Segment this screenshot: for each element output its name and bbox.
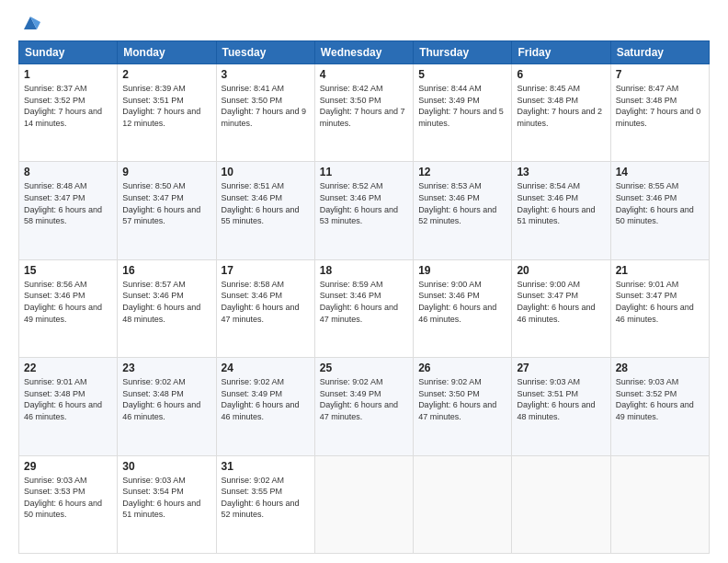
day-number: 16 [122,264,210,277]
calendar-cell: 16 Sunrise: 8:57 AM Sunset: 3:46 PM Dayl… [118,259,216,357]
calendar-cell: 22 Sunrise: 9:01 AM Sunset: 3:48 PM Dayl… [19,358,118,455]
day-number: 8 [24,166,112,178]
day-info: Sunrise: 8:39 AM Sunset: 3:51 PM Dayligh… [122,83,210,129]
day-info: Sunrise: 9:00 AM Sunset: 3:47 PM Dayligh… [517,279,605,325]
calendar-table: SundayMondayTuesdayWednesdayThursdayFrid… [18,40,710,554]
calendar-cell: 30 Sunrise: 9:03 AM Sunset: 3:54 PM Dayl… [118,455,216,553]
day-info: Sunrise: 8:56 AM Sunset: 3:46 PM Dayligh… [24,279,112,325]
day-number: 3 [222,68,310,81]
day-number: 26 [418,362,506,374]
day-number: 30 [122,460,210,473]
day-info: Sunrise: 9:02 AM Sunset: 3:49 PM Dayligh… [222,376,310,422]
day-info: Sunrise: 9:01 AM Sunset: 3:47 PM Dayligh… [616,279,704,325]
calendar-cell: 2 Sunrise: 8:39 AM Sunset: 3:51 PM Dayli… [118,64,216,162]
day-number: 22 [24,362,112,374]
week-row-4: 22 Sunrise: 9:01 AM Sunset: 3:48 PM Dayl… [19,358,710,455]
day-header-tuesday: Tuesday [216,41,314,64]
calendar-cell: 21 Sunrise: 9:01 AM Sunset: 3:47 PM Dayl… [610,259,709,357]
calendar-cell: 8 Sunrise: 8:48 AM Sunset: 3:47 PM Dayli… [19,162,118,259]
day-number: 1 [24,68,112,81]
day-info: Sunrise: 8:48 AM Sunset: 3:47 PM Dayligh… [24,180,112,226]
day-info: Sunrise: 8:59 AM Sunset: 3:46 PM Dayligh… [320,279,408,325]
calendar-cell [512,455,610,553]
calendar-cell: 10 Sunrise: 8:51 AM Sunset: 3:46 PM Dayl… [216,162,314,259]
day-info: Sunrise: 8:47 AM Sunset: 3:48 PM Dayligh… [616,83,704,129]
day-header-thursday: Thursday [414,41,512,64]
day-info: Sunrise: 8:58 AM Sunset: 3:46 PM Dayligh… [222,279,310,325]
day-number: 14 [616,166,704,178]
week-row-3: 15 Sunrise: 8:56 AM Sunset: 3:46 PM Dayl… [19,259,710,357]
day-info: Sunrise: 9:02 AM Sunset: 3:48 PM Dayligh… [122,376,210,422]
day-number: 20 [517,264,605,277]
week-row-5: 29 Sunrise: 9:03 AM Sunset: 3:53 PM Dayl… [19,455,710,553]
calendar-cell: 24 Sunrise: 9:02 AM Sunset: 3:49 PM Dayl… [216,358,314,455]
day-number: 24 [222,362,310,374]
calendar-cell: 4 Sunrise: 8:42 AM Sunset: 3:50 PM Dayli… [314,64,413,162]
calendar-cell: 31 Sunrise: 9:02 AM Sunset: 3:55 PM Dayl… [216,455,314,553]
day-info: Sunrise: 9:02 AM Sunset: 3:49 PM Dayligh… [320,376,408,422]
calendar-cell: 1 Sunrise: 8:37 AM Sunset: 3:52 PM Dayli… [19,64,118,162]
day-number: 23 [122,362,210,374]
calendar-cell: 25 Sunrise: 9:02 AM Sunset: 3:49 PM Dayl… [314,358,413,455]
day-info: Sunrise: 8:51 AM Sunset: 3:46 PM Dayligh… [222,180,310,226]
day-info: Sunrise: 8:57 AM Sunset: 3:46 PM Dayligh… [122,279,210,325]
calendar-cell: 28 Sunrise: 9:03 AM Sunset: 3:52 PM Dayl… [610,358,709,455]
day-info: Sunrise: 8:53 AM Sunset: 3:46 PM Dayligh… [418,180,506,226]
day-number: 12 [418,166,506,178]
day-number: 2 [122,68,210,81]
day-info: Sunrise: 9:03 AM Sunset: 3:52 PM Dayligh… [616,376,704,422]
day-number: 9 [122,166,210,178]
calendar-cell: 27 Sunrise: 9:03 AM Sunset: 3:51 PM Dayl… [512,358,610,455]
day-info: Sunrise: 8:45 AM Sunset: 3:48 PM Dayligh… [517,83,605,129]
week-row-1: 1 Sunrise: 8:37 AM Sunset: 3:52 PM Dayli… [19,64,710,162]
day-info: Sunrise: 9:02 AM Sunset: 3:50 PM Dayligh… [418,376,506,422]
day-info: Sunrise: 9:03 AM Sunset: 3:51 PM Dayligh… [517,376,605,422]
day-number: 21 [616,264,704,277]
day-info: Sunrise: 8:42 AM Sunset: 3:50 PM Dayligh… [320,83,408,129]
day-number: 28 [616,362,704,374]
logo-icon [20,13,40,33]
calendar-cell: 6 Sunrise: 8:45 AM Sunset: 3:48 PM Dayli… [512,64,610,162]
calendar-cell: 5 Sunrise: 8:44 AM Sunset: 3:49 PM Dayli… [414,64,512,162]
day-number: 15 [24,264,112,277]
calendar-cell: 20 Sunrise: 9:00 AM Sunset: 3:47 PM Dayl… [512,259,610,357]
calendar-cell: 13 Sunrise: 8:54 AM Sunset: 3:46 PM Dayl… [512,162,610,259]
day-number: 17 [222,264,310,277]
day-header-saturday: Saturday [610,41,709,64]
calendar-cell: 18 Sunrise: 8:59 AM Sunset: 3:46 PM Dayl… [314,259,413,357]
calendar-cell: 23 Sunrise: 9:02 AM Sunset: 3:48 PM Dayl… [118,358,216,455]
day-header-monday: Monday [118,41,216,64]
day-info: Sunrise: 8:44 AM Sunset: 3:49 PM Dayligh… [418,83,506,129]
day-info: Sunrise: 8:55 AM Sunset: 3:46 PM Dayligh… [616,180,704,226]
day-number: 13 [517,166,605,178]
day-info: Sunrise: 9:02 AM Sunset: 3:55 PM Dayligh… [222,475,310,521]
calendar-cell: 9 Sunrise: 8:50 AM Sunset: 3:47 PM Dayli… [118,162,216,259]
day-info: Sunrise: 8:41 AM Sunset: 3:50 PM Dayligh… [222,83,310,129]
day-info: Sunrise: 8:50 AM Sunset: 3:47 PM Dayligh… [122,180,210,226]
day-number: 29 [24,460,112,473]
calendar-cell [414,455,512,553]
header [18,15,710,31]
day-number: 25 [320,362,408,374]
day-number: 19 [418,264,506,277]
page: SundayMondayTuesdayWednesdayThursdayFrid… [0,0,728,563]
day-number: 11 [320,166,408,178]
calendar-cell: 3 Sunrise: 8:41 AM Sunset: 3:50 PM Dayli… [216,64,314,162]
day-info: Sunrise: 8:54 AM Sunset: 3:46 PM Dayligh… [517,180,605,226]
calendar-header-row: SundayMondayTuesdayWednesdayThursdayFrid… [19,41,710,64]
calendar-cell [610,455,709,553]
day-info: Sunrise: 9:01 AM Sunset: 3:48 PM Dayligh… [24,376,112,422]
calendar-cell [314,455,413,553]
day-number: 7 [616,68,704,81]
calendar-cell: 26 Sunrise: 9:02 AM Sunset: 3:50 PM Dayl… [414,358,512,455]
day-number: 5 [418,68,506,81]
day-info: Sunrise: 9:03 AM Sunset: 3:53 PM Dayligh… [24,475,112,521]
calendar-cell: 7 Sunrise: 8:47 AM Sunset: 3:48 PM Dayli… [610,64,709,162]
day-info: Sunrise: 8:37 AM Sunset: 3:52 PM Dayligh… [24,83,112,129]
calendar-cell: 17 Sunrise: 8:58 AM Sunset: 3:46 PM Dayl… [216,259,314,357]
calendar-cell: 14 Sunrise: 8:55 AM Sunset: 3:46 PM Dayl… [610,162,709,259]
day-header-friday: Friday [512,41,610,64]
day-number: 10 [222,166,310,178]
calendar-cell: 12 Sunrise: 8:53 AM Sunset: 3:46 PM Dayl… [414,162,512,259]
day-header-wednesday: Wednesday [314,41,413,64]
